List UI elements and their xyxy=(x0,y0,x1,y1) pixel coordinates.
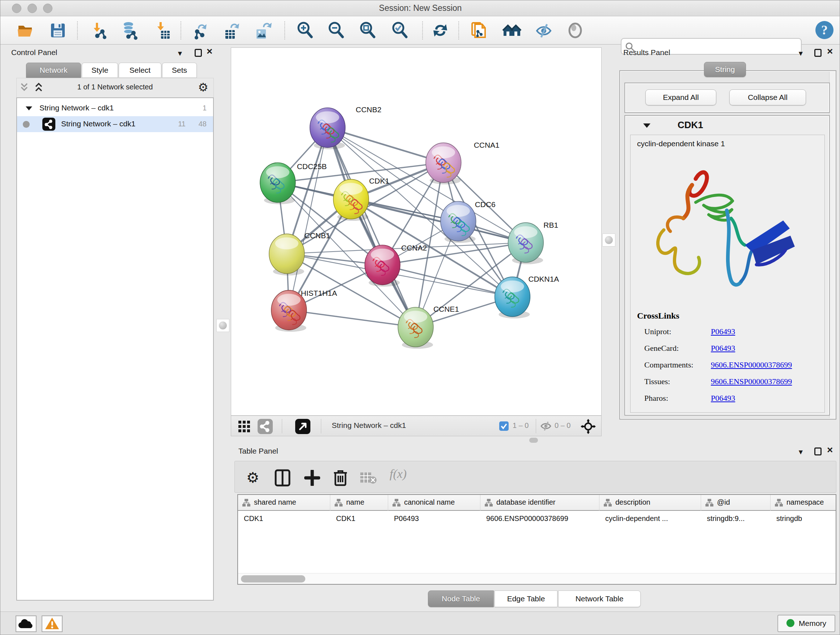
memory-button[interactable]: Memory xyxy=(777,615,835,632)
gene-expander-button[interactable] xyxy=(643,122,651,130)
open-in-window-button[interactable] xyxy=(295,418,311,435)
delete-columns-button[interactable] xyxy=(333,469,347,488)
table-panel-menu-button[interactable]: ▼ xyxy=(797,448,804,456)
column-header-description[interactable]: description xyxy=(600,495,701,511)
horizontal-splitter-handle[interactable] xyxy=(529,438,538,443)
tab-string[interactable]: String xyxy=(704,62,746,77)
table-cell[interactable]: stringdb:9... xyxy=(707,515,767,523)
network-collection-row[interactable]: String Network – cdk1 1 xyxy=(17,100,213,116)
collapse-all-button[interactable]: Collapse All xyxy=(729,89,806,105)
network-node-cdc25b[interactable]: CDC25B xyxy=(260,162,327,204)
birds-eye-position-button[interactable] xyxy=(581,419,596,435)
table-cell[interactable]: CDK1 xyxy=(244,515,327,523)
network-node-ccne1[interactable]: CCNE1 xyxy=(398,305,459,349)
network-node-rb1[interactable]: RB1 xyxy=(508,221,558,264)
hidden-elements-icon[interactable] xyxy=(540,421,552,433)
clone-network-button[interactable] xyxy=(469,21,489,40)
tab-node-table[interactable]: Node Table xyxy=(428,591,494,607)
tab-network[interactable]: Network xyxy=(26,63,81,78)
table-panel-close-button[interactable]: × xyxy=(827,446,833,454)
tab-select[interactable]: Select xyxy=(118,63,161,78)
collection-name: String Network – cdk1 xyxy=(39,103,114,112)
network-node-cdkn1a[interactable]: CDKN1A xyxy=(495,275,559,318)
show-all-networks-button[interactable] xyxy=(502,21,522,40)
tab-edge-table[interactable]: Edge Table xyxy=(494,591,557,607)
grid-view-button[interactable] xyxy=(238,420,251,434)
open-session-button[interactable] xyxy=(16,21,36,40)
left-splitter-handle[interactable] xyxy=(216,319,229,332)
network-edge[interactable] xyxy=(327,128,416,327)
table-cell[interactable]: CDK1 xyxy=(336,515,385,523)
cloud-status-button[interactable] xyxy=(16,616,36,632)
export-network-button[interactable] xyxy=(191,21,211,40)
results-scrollbar[interactable] xyxy=(829,72,835,418)
birds-eye-toggle-button[interactable] xyxy=(565,21,585,40)
crosslink-link[interactable]: 9606.ENSP00000378699 xyxy=(711,377,792,386)
network-node-cdc6[interactable]: CDC6 xyxy=(441,200,496,243)
network-row[interactable]: String Network – cdk1 11 48 xyxy=(17,116,213,132)
network-node-ccnb2[interactable]: CCNB2 xyxy=(310,105,382,149)
column-header-name[interactable]: name xyxy=(330,495,388,511)
table-cell[interactable]: P06493 xyxy=(394,515,477,523)
control-panel-float-button[interactable] xyxy=(195,49,202,58)
column-header-database-identifier[interactable]: database identifier xyxy=(480,495,600,511)
show-columns-button[interactable] xyxy=(275,469,291,488)
expand-all-button[interactable]: Expand All xyxy=(645,89,716,105)
create-column-button[interactable] xyxy=(304,470,320,487)
function-builder-button[interactable]: f(x) xyxy=(390,467,407,481)
table-horizontal-scrollbar[interactable] xyxy=(238,573,836,584)
tab-style[interactable]: Style xyxy=(82,63,118,78)
import-table-file-button[interactable] xyxy=(153,21,172,40)
control-panel-close-button[interactable]: × xyxy=(207,48,212,56)
scrollbar-thumb[interactable] xyxy=(241,575,305,583)
update-network-button[interactable] xyxy=(431,21,450,40)
zoom-out-button[interactable] xyxy=(327,21,346,40)
results-panel-close-button[interactable]: × xyxy=(827,48,833,56)
table-panel-float-button[interactable] xyxy=(814,448,821,456)
export-table-button[interactable] xyxy=(223,21,242,40)
tab-sets[interactable]: Sets xyxy=(162,63,197,78)
table-options-button[interactable]: ⚙ xyxy=(246,469,259,486)
crosslink-link[interactable]: 9606.ENSP00000378699 xyxy=(711,360,792,370)
crosslink-row: Pharos:P06493 xyxy=(630,391,825,407)
import-network-database-button[interactable] xyxy=(120,21,139,40)
right-splitter-handle[interactable] xyxy=(602,233,615,247)
table-cell[interactable]: stringdb xyxy=(776,515,836,523)
string-network-graph[interactable]: CCNB2CCNA1CDC25BCDK1CDC6RB1CCNB1CCNA2CDK… xyxy=(231,48,601,415)
column-header--id[interactable]: @id xyxy=(701,495,771,511)
hide-graphics-details-button[interactable] xyxy=(534,21,554,40)
export-image-button[interactable] xyxy=(254,21,273,40)
column-header-shared-name[interactable]: shared name xyxy=(238,495,330,511)
results-panel-float-button[interactable] xyxy=(814,49,821,58)
table-cell[interactable]: cyclin-dependent ... xyxy=(605,515,698,523)
table-cell[interactable]: 9606.ENSP00000378699 xyxy=(486,515,597,523)
warning-status-button[interactable] xyxy=(42,616,63,632)
string-view-button[interactable] xyxy=(257,418,273,435)
zoom-fit-button[interactable] xyxy=(358,21,378,40)
network-edge[interactable] xyxy=(351,199,526,242)
save-session-button[interactable] xyxy=(48,21,68,40)
control-panel-menu-button[interactable]: ▼ xyxy=(177,50,183,57)
crosslink-link[interactable]: P06493 xyxy=(711,394,735,403)
network-edge[interactable] xyxy=(289,128,328,310)
network-node-hist1h1a[interactable]: HIST1H1A xyxy=(271,289,337,332)
network-edge[interactable] xyxy=(289,310,416,327)
crosslink-link[interactable]: P06493 xyxy=(711,327,735,336)
network-node-ccna2[interactable]: CCNA2 xyxy=(365,244,427,287)
column-header-namespace[interactable]: namespace xyxy=(771,495,836,511)
zoom-in-button[interactable] xyxy=(295,21,315,40)
help-button[interactable]: ? xyxy=(814,20,834,40)
selected-nodes-checkbox[interactable] xyxy=(499,421,509,432)
zoom-selected-button[interactable] xyxy=(390,21,410,40)
network-view-canvas[interactable]: CCNB2CCNA1CDC25BCDK1CDC6RB1CCNB1CCNA2CDK… xyxy=(231,48,602,416)
table-row[interactable]: CDK1CDK1P064939606.ENSP00000378699cyclin… xyxy=(238,511,836,527)
network-options-gear-button[interactable]: ⚙ xyxy=(198,80,208,94)
results-panel-menu-button[interactable]: ▼ xyxy=(797,50,804,57)
tab-network-table[interactable]: Network Table xyxy=(558,591,641,607)
column-header-canonical-name[interactable]: canonical name xyxy=(388,495,480,511)
crosslink-link[interactable]: P06493 xyxy=(711,344,735,353)
import-network-file-button[interactable] xyxy=(89,21,109,40)
network-edge[interactable] xyxy=(327,128,443,163)
delete-table-button[interactable] xyxy=(360,472,377,486)
network-node-ccna1[interactable]: CCNA1 xyxy=(426,141,500,184)
